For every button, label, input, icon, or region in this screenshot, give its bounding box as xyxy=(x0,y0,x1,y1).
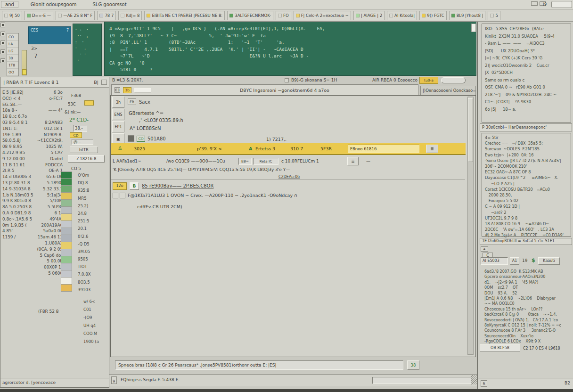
table-row[interactable]: E 5 |IE.92| 6 3o xyxy=(2,90,63,96)
console-line[interactable]: -Sono Osoro |)R L7 :D 27)c N A.B Ac4S'| xyxy=(485,158,570,163)
table-row[interactable]: 00X0P 1] xyxy=(2,264,63,270)
table-row[interactable]: 18 8.:c 6.7o xyxy=(2,114,63,120)
row4-dark-icon[interactable] xyxy=(128,135,134,142)
ctl-cd-button[interactable]: CD xyxy=(70,132,82,138)
ctl-rtr-button[interactable]: bLTR xyxy=(70,147,98,153)
console-line[interactable]: 218.'~'J 09-& NPYRO2O2H. 24C ~ xyxy=(485,91,570,99)
strip-pill-button[interactable] xyxy=(441,77,466,83)
table-row[interactable]: 9.9 K 801c0 8 5/10M xyxy=(2,198,63,204)
console-line[interactable]: 306'~ 2COM0OK 210' xyxy=(485,163,570,169)
console-line[interactable]: 2)| wocicO1Owoonrib 2 Cus.cr xyxy=(485,62,570,70)
console-line[interactable]: 2000 28.50, xyxy=(485,192,570,198)
console-line[interactable]: Counconuooe 8 F.Ar 3 3onanc2'E-O xyxy=(484,328,571,333)
table-row[interactable]: 0.A 0 D81.9 8 6 1) xyxy=(2,210,63,216)
console-line[interactable]: C1~. |COXT| ?A 9K30 xyxy=(485,98,570,106)
run-button[interactable]: Kaauti xyxy=(538,257,560,265)
table-row[interactable]: 1159 / 15am.46 13 xyxy=(2,234,63,240)
console-line[interactable]: d1. ~J2<9 9A 1 '45 MA?) xyxy=(484,280,571,285)
table-row[interactable]: OCt) < 4 o-FC:7 xyxy=(2,96,63,102)
console-line[interactable]: bacKcrcaK 8 C@ 0 = 0taca ~~1.4. xyxy=(484,312,571,317)
menu-item[interactable]: Gionit odoupsgoom xyxy=(27,1,81,8)
left-panel-header-button[interactable]: B| xyxy=(94,77,98,87)
table-row[interactable]: 4.85' 5a0a0.00 xyxy=(2,228,63,234)
table-row[interactable]: 0.8c~.1A5.6 5 49'4A. xyxy=(2,216,63,222)
right-section-3-header[interactable]: 1E l2o60oqiROhLII = 3oCaI 5 r5c S1E1 xyxy=(480,238,572,245)
console-line[interactable]: 4= 5tir xyxy=(485,135,570,140)
mini-tab-a[interactable]: A xyxy=(481,246,488,252)
section-b-button[interactable]: B xyxy=(130,182,139,190)
bottom-tab-button[interactable]: OB 8CF58 xyxy=(480,344,520,352)
console-line[interactable]: |=| ~9( CYK (+)K Cers 39 'G xyxy=(485,55,570,62)
console-line[interactable]: Ewo tcjo~ |+200 0A: 16 xyxy=(485,152,570,158)
toolbar-button[interactable]: | AIAGE | 2 xyxy=(353,11,385,20)
ctl-at-field[interactable]: @ – xyxy=(72,139,93,145)
tool-icon[interactable] xyxy=(0,41,5,45)
console-line[interactable]: 0OM sc2.7 OT xyxy=(484,285,571,290)
table-row[interactable]: 19E 1.R9 N1909 8. xyxy=(2,132,63,138)
toolbar-button[interactable]: 9() FGTC xyxy=(419,11,447,20)
tab-active[interactable]: E3 3b D8YC Ingsorsoni ~gonoktnem6d 4 a7o… xyxy=(111,84,418,95)
table-row[interactable]: 5 Cap6 dor xyxy=(2,253,63,259)
console-line[interactable]: Kinikt 2X3M 31.0 SUAOEA =5(9-4 xyxy=(485,33,570,41)
tool-icon[interactable] xyxy=(0,58,5,63)
table-row[interactable]: 1.U80A2 xyxy=(2,240,63,246)
toolbar-button[interactable]: 78 7 xyxy=(97,11,116,20)
toolbar-button[interactable]: D==-E — xyxy=(25,11,53,20)
slider-knob[interactable] xyxy=(22,69,26,75)
toolbar-button[interactable]: Kd|= 8 xyxy=(118,11,142,20)
row1-icon[interactable]: EB xyxy=(128,98,136,105)
list-item[interactable]: 1T8 xyxy=(7,62,18,69)
console-line[interactable]: 8oKynyrcaK C O12 15 | noli: 7-12% = =c xyxy=(484,323,571,328)
row4-co-icon[interactable]: CO xyxy=(137,136,145,142)
list-item[interactable]: OO xyxy=(7,69,18,76)
console-line[interactable]: OSF. CMA 0 ~ rE90 Ab G01 0 xyxy=(485,84,570,91)
console-line[interactable]: Fouoyoo 5 5:02 xyxy=(485,198,570,204)
console-line[interactable]: Gpcero onsoaneour-AAOn3N200 xyxy=(484,274,571,279)
table-row[interactable]: 1.b N.18m03 5 5:1aJ34 xyxy=(2,192,63,198)
list-item[interactable]: 30 xyxy=(7,55,18,62)
table-row[interactable]: 0m 1.9.B5 ( 200A19A6 xyxy=(2,222,63,229)
console-line[interactable]: |X 02*5D0CH xyxy=(485,69,570,77)
table-row[interactable]: 5 00.0K xyxy=(2,258,63,264)
tool-icon[interactable] xyxy=(0,32,5,36)
table-row[interactable]: 11 B 11 61 FODCCA xyxy=(2,162,63,168)
tool-icon[interactable] xyxy=(0,23,5,27)
section-title[interactable]: 85 rE900Bav—— 2P.BES.C8OR xyxy=(142,183,213,188)
toolbar-button[interactable]: 9| 50 xyxy=(2,11,22,20)
console-line[interactable]: Rovocooodorti | OVA) 1. CA:17.A.1 'co xyxy=(484,318,571,323)
side-toolbar-button[interactable]: 3h xyxy=(112,97,124,108)
side-toolbar-button[interactable]: EMS xyxy=(112,109,124,120)
console-line[interactable]: UF3OC2L 9.7 9 8 xyxy=(485,215,570,221)
menu-item[interactable]: SLG gooorssot xyxy=(89,1,131,8)
section-row-icon-1[interactable] xyxy=(113,193,118,198)
toolbar-button[interactable]: 5 xyxy=(488,11,500,20)
menu-item[interactable]: and xyxy=(1,1,18,8)
console-line[interactable]: DOU 93 A. 52 xyxy=(484,291,571,296)
console-line[interactable]: C ~ A 09 912 1D | xyxy=(485,204,570,209)
console-line[interactable]: SoureeneecdOin Xuxr'io xyxy=(484,334,571,339)
table-row[interactable]: 14 9-3103A 8 5.32 33.7 xyxy=(2,186,63,192)
console-line[interactable]: 18.A1808 CO 16 9 ~=A246 D~ xyxy=(485,221,570,227)
rowA-icon-button[interactable]: ≣ xyxy=(347,157,359,165)
selected-row-input[interactable]: E8noo 61816 xyxy=(348,145,419,153)
table-row[interactable]: (0CA. 9 2 05 xyxy=(2,246,63,253)
toolbar-button[interactable]: 8L9 |Yhout8 | xyxy=(449,11,486,20)
selected-row[interactable]: ♙ 3025 p'39. 9'X < A Ertetss 3 310 7 5F3… xyxy=(111,143,466,155)
side-toolbar-button[interactable]: EP1 xyxy=(112,121,124,132)
strip-yellow-button[interactable]: tu0-a xyxy=(419,77,438,84)
table-row[interactable]: 58.0.5.8J ~f.1CCX2t9. xyxy=(2,138,63,144)
console-line[interactable]: Crechoc == ~/ D8X 35a5 5: xyxy=(485,140,570,146)
scrollbar-thumb[interactable] xyxy=(468,98,473,162)
tool-icon[interactable] xyxy=(0,49,5,54)
console-line[interactable]: |Em1| A 0.6 N8 ~2L)O6 Diabryper xyxy=(484,296,571,301)
rowA-field-1[interactable]: EB= xyxy=(238,158,252,165)
ctl-yellow-mini-button[interactable] xyxy=(84,100,94,106)
window-close-button[interactable] xyxy=(551,1,572,8)
combo-box[interactable]: AI E5003 xyxy=(481,257,508,265)
console-line[interactable]: EC32 OAG~-A 87C OF 8 xyxy=(485,169,570,175)
list-item[interactable]: LA xyxy=(7,41,18,48)
console-line[interactable]: I8D: 5.8SS CE?28EGr (BALe xyxy=(485,25,570,33)
tab-inactive[interactable]: |)Oenacoooeni Oonckaso=tt 8 |JE8IS@P xyxy=(420,86,476,95)
table-row[interactable]: 03 8-5.4 8 1 8:2AN83 xyxy=(2,120,63,126)
table-row[interactable]: 4.212.9 B5 5 CA? xyxy=(2,150,63,156)
